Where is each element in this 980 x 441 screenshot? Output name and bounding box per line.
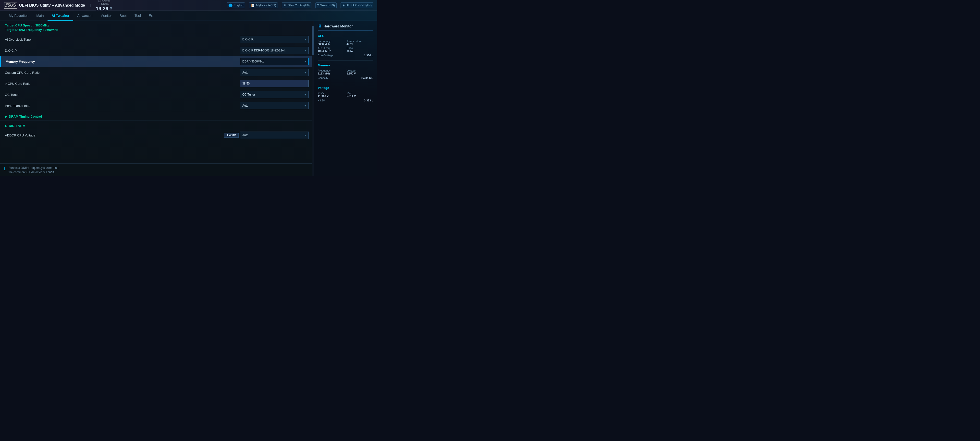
cpu-temperature-item: Temperature 47°C (347, 40, 374, 46)
fan-icon: ❄ (283, 3, 286, 7)
memory-frequency-value: 2133 MHz (318, 72, 345, 75)
performance-bias-label: Performance Bias (5, 104, 240, 108)
setting-row-memory-frequency: Memory Frequency DDR4-3600MHz ▼ (0, 56, 313, 67)
nav-exit[interactable]: Exit (145, 11, 158, 20)
setting-row-docp: D.O.C.P. D.O.C.P DDR4-3603 18-22-22-4: ▼ (0, 45, 313, 56)
target-cpu-speed: Target CPU Speed : 3850MHz (5, 24, 309, 27)
setting-row-performance-bias: Performance Bias Auto ▼ (0, 100, 313, 111)
tool-language[interactable]: 🌐 English (227, 2, 245, 8)
digi-vrm-label[interactable]: DIGI+ VRM (9, 124, 25, 127)
sidebar-title-text: Hardware Monitor (324, 24, 353, 28)
tool-qfan[interactable]: ❄ Qfan Control(F6) (282, 2, 312, 8)
docp-dropdown[interactable]: D.O.C.P DDR4-3603 18-22-22-4: ▼ (240, 47, 309, 54)
info-text-line2: the common tCK detected via SPD. (9, 170, 55, 174)
nav-boot[interactable]: Boot (116, 11, 130, 20)
nav-monitor[interactable]: Monitor (97, 11, 116, 20)
tool-myfavorite[interactable]: 📋 MyFavorite(F3) (249, 2, 278, 8)
dropdown-arrow-icon: ▼ (304, 93, 307, 96)
memory-voltage-value: 1.350 V (347, 72, 374, 75)
vddcr-cpu-voltage-dropdown[interactable]: Auto ▼ (240, 132, 309, 139)
custom-cpu-core-ratio-label: Custom CPU Core Ratio (5, 71, 240, 75)
ai-overclock-tuner-label: Ai Overclock Tuner (5, 38, 240, 41)
memory-voltage-label: Voltage (347, 69, 374, 72)
scrollbar[interactable] (312, 21, 313, 177)
memory-capacity-label: Capacity (318, 76, 328, 80)
cpu-section-title: CPU (318, 34, 373, 38)
v5-item: +5V 5.014 V (347, 92, 374, 97)
core-voltage-label: Core Voltage (318, 54, 333, 57)
oc-tuner-value: OC Tuner (242, 93, 302, 96)
performance-bias-dropdown[interactable]: Auto ▼ (240, 102, 309, 109)
v12-value: 11.968 V (318, 95, 345, 97)
nav-main[interactable]: Main (32, 11, 48, 20)
language-label: English (234, 4, 243, 7)
qfan-label: Qfan Control(F6) (288, 4, 310, 7)
bios-title: UEFI BIOS Utility – Advanced Mode (19, 3, 85, 8)
content-area: Target CPU Speed : 3850MHz Target DRAM F… (0, 21, 313, 177)
oc-tuner-label: OC Tuner (5, 93, 240, 97)
memory-frequency-label: Frequency (318, 69, 345, 72)
cpu-core-ratio-input[interactable]: 38.50 (240, 80, 309, 87)
memory-capacity-value: 16384 MB (361, 76, 373, 80)
date-text: 12/30/2021Thursday (96, 0, 113, 5)
aura-icon: ✦ (342, 3, 345, 7)
nav-ai-tweaker[interactable]: Ai Tweaker (48, 11, 73, 20)
tool-search[interactable]: ? Search(F9) (315, 2, 337, 8)
v12-label: +12V (318, 92, 345, 95)
nav-my-favorites[interactable]: My Favorites (5, 11, 32, 20)
aura-label: AURA ON/OFF(F4) (347, 4, 372, 7)
apu-freq-value: 100.0 MHz (318, 49, 345, 53)
memory-frequency-item: Frequency 2133 MHz (318, 69, 345, 75)
memory-frequency-dropdown[interactable]: DDR4-3600MHz ▼ (240, 58, 309, 65)
cpu-ratio-label: Ratio (347, 46, 374, 49)
custom-cpu-core-ratio-dropdown[interactable]: Auto ▼ (240, 69, 309, 76)
v12-item: +12V 11.968 V (318, 92, 345, 97)
setting-row-ai-overclock-tuner: Ai Overclock Tuner D.O.C.P. ▼ (0, 34, 313, 45)
oc-tuner-dropdown[interactable]: OC Tuner ▼ (240, 91, 309, 98)
digi-vrm-arrow-icon: ▶ (5, 124, 7, 127)
v33-value: 3.353 V (364, 99, 373, 102)
cpu-ratio-item: Ratio 38.5x (347, 46, 374, 53)
search-label: Search(F9) (320, 4, 335, 7)
vddcr-cpu-voltage-value: Auto (242, 134, 302, 137)
apu-freq-label: APU Freq (318, 46, 345, 49)
dropdown-arrow-icon: ▼ (304, 49, 307, 52)
hw-section-memory: Memory Frequency 2133 MHz Voltage 1.350 … (318, 64, 373, 80)
cpu-frequency-value: 3850 MHz (318, 43, 345, 46)
tool-aura[interactable]: ✦ AURA ON/OFF(F4) (340, 2, 373, 8)
dropdown-arrow-icon: ▼ (304, 134, 307, 137)
time-display: 19:29 (96, 5, 108, 12)
setting-row-dram-timing: ▶ DRAM Timing Control (0, 111, 313, 121)
dropdown-arrow-icon: ▼ (304, 104, 307, 107)
voltage-section-title: Voltage (318, 86, 373, 90)
info-icon: ℹ (4, 166, 6, 172)
cpu-memory-divider (318, 60, 373, 60)
ai-overclock-tuner-value: D.O.C.P. (242, 38, 302, 41)
info-bar: Target CPU Speed : 3850MHz Target DRAM F… (0, 21, 313, 34)
nav-advanced[interactable]: Advanced (73, 11, 96, 20)
main-layout: Target CPU Speed : 3850MHz Target DRAM F… (0, 21, 377, 177)
settings-gear-icon[interactable]: ⚙ (109, 6, 113, 11)
ai-overclock-tuner-dropdown[interactable]: D.O.C.P. ▼ (240, 36, 309, 43)
info-footer: ℹ Forces a DDR4 frequency slower than th… (0, 163, 312, 177)
scroll-thumb[interactable] (312, 26, 313, 56)
cpu-freq-temp-grid: Frequency 3850 MHz Temperature 47°C APU … (318, 40, 373, 53)
v33-row: +3.3V 3.353 V (318, 99, 373, 102)
header-divider: | (90, 3, 91, 8)
myfavorite-label: MyFavorite(F3) (256, 4, 276, 7)
cpu-temperature-value: 47°C (347, 43, 374, 46)
info-footer-text: Forces a DDR4 frequency slower than the … (9, 166, 58, 174)
core-voltage-value: 1.384 V (364, 54, 373, 57)
dram-timing-label[interactable]: DRAM Timing Control (9, 115, 42, 118)
setting-row-digi-vrm: ▶ DIGI+ VRM (0, 121, 313, 130)
memory-capacity-row: Capacity 16384 MB (318, 76, 373, 80)
cpu-frequency-label: Frequency (318, 40, 345, 43)
hw-section-voltage: Voltage +12V 11.968 V +5V 5.014 V +3.3V … (318, 86, 373, 102)
nav-tool[interactable]: Tool (130, 11, 145, 20)
custom-cpu-core-ratio-value: Auto (242, 71, 302, 74)
cpu-core-ratio-label: > CPU Core Ratio (5, 82, 240, 86)
monitor-icon: 🖥 (318, 24, 322, 29)
setting-row-vddcr-cpu-voltage: VDDCR CPU Voltage 1.400V Auto ▼ (0, 130, 313, 141)
setting-row-custom-cpu-core-ratio: Custom CPU Core Ratio Auto ▼ (0, 67, 313, 78)
search-icon: ? (317, 3, 319, 7)
